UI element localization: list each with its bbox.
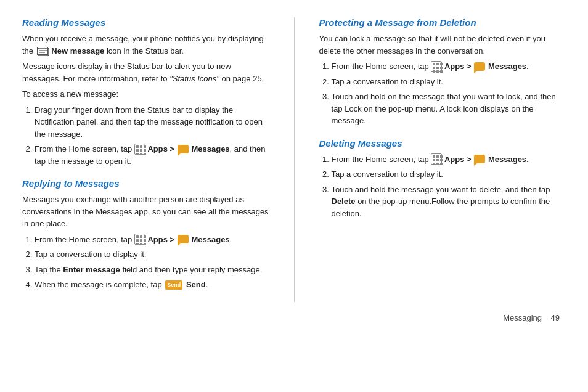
apps-grid-icon <box>431 61 442 72</box>
list-item: Touch and hold the message you want to d… <box>332 184 566 220</box>
left-column: Reading Messages When you receive a mess… <box>22 17 269 302</box>
reading-para2: Message icons display in the Status bar … <box>22 60 269 84</box>
page-footer: Messaging 49 <box>22 313 566 322</box>
list-item: Tap a conversation to display it. <box>35 248 269 261</box>
reading-para1: When you receive a message, your phone n… <box>22 33 269 57</box>
deleting-messages-title: Deleting Messages <box>319 138 566 149</box>
list-item: Touch and hold on the message that you w… <box>332 91 566 127</box>
right-column: Protecting a Message from Deletion You c… <box>319 17 566 302</box>
deleting-steps-list: From the Home screen, tap Apps > Message… <box>332 153 566 220</box>
replying-messages-section: Replying to Messages Messages you exchan… <box>22 178 269 291</box>
list-item: Tap the Enter message field and then typ… <box>35 264 269 276</box>
protecting-messages-title: Protecting a Message from Deletion <box>319 17 566 28</box>
list-item: Drag your finger down from the Status ba… <box>35 104 269 141</box>
list-item: Tap a conversation to display it. <box>332 168 566 181</box>
apps-grid-icon <box>431 153 442 165</box>
page-layout: Reading Messages When you receive a mess… <box>22 17 566 302</box>
send-button-icon: Send <box>165 280 182 290</box>
list-item: From the Home screen, tap Apps > Message… <box>35 234 269 246</box>
apps-grid-icon <box>134 144 145 155</box>
reading-steps-list: Drag your finger down from the Status ba… <box>35 104 269 168</box>
replying-steps-list: From the Home screen, tap Apps > Message… <box>35 234 269 291</box>
messages-icon <box>178 145 189 153</box>
apps-grid-icon <box>134 234 145 245</box>
list-item: Tap a conversation to display it. <box>332 76 566 88</box>
replying-para1: Messages you exchange with another perso… <box>22 194 269 230</box>
protecting-steps-list: From the Home screen, tap Apps > Message… <box>332 60 566 127</box>
deleting-messages-section: Deleting Messages From the Home screen, … <box>319 138 566 220</box>
list-item: From the Home screen, tap Apps > Message… <box>332 60 566 73</box>
list-item: From the Home screen, tap Apps > Message… <box>35 143 269 167</box>
messages-icon <box>474 155 485 163</box>
protecting-messages-section: Protecting a Message from Deletion You c… <box>319 17 566 127</box>
reading-messages-title: Reading Messages <box>22 17 269 28</box>
new-message-icon <box>37 47 48 55</box>
protecting-para1: You can lock a message so that it will n… <box>319 33 566 57</box>
list-item: From the Home screen, tap Apps > Message… <box>332 153 566 166</box>
reading-para3: To access a new message: <box>22 88 269 100</box>
footer-label: Messaging <box>503 313 542 322</box>
page-number: 49 <box>551 313 560 322</box>
column-divider <box>294 17 295 302</box>
messages-icon <box>178 235 189 243</box>
list-item: When the message is complete, tap Send S… <box>35 279 269 291</box>
messages-icon <box>474 62 485 71</box>
replying-messages-title: Replying to Messages <box>22 178 269 189</box>
reading-messages-section: Reading Messages When you receive a mess… <box>22 17 269 167</box>
